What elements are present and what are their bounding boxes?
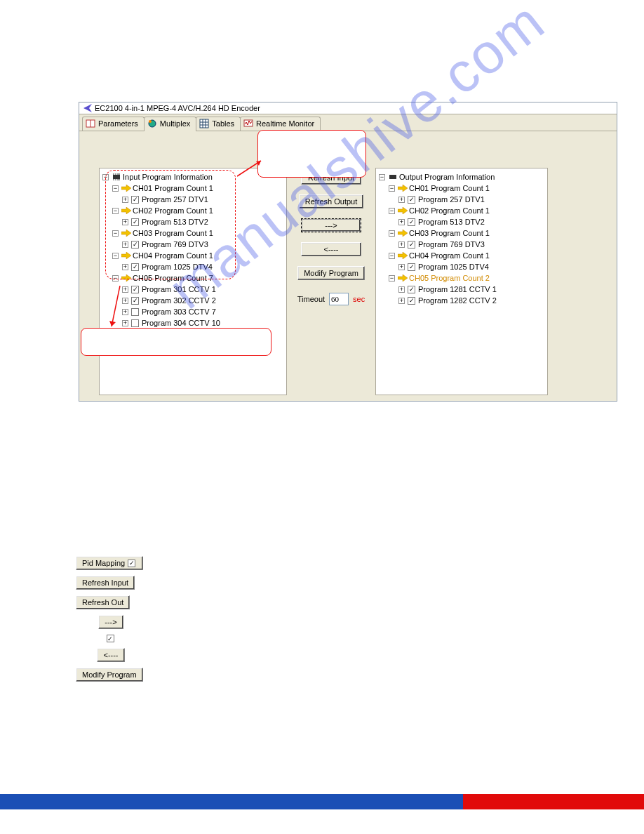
collapse-icon[interactable]: − [112,253,119,259]
checkbox-icon[interactable]: ✓ [408,196,415,204]
collapse-icon[interactable]: − [389,208,395,214]
checkbox-icon[interactable]: ✓ [131,241,139,249]
collapse-icon[interactable]: − [102,174,109,180]
collapse-icon[interactable]: − [389,230,395,237]
checkbox-icon: ✓ [107,635,114,642]
svg-marker-28 [398,230,408,237]
checkbox-icon[interactable]: ✓ [408,263,415,271]
expand-icon[interactable]: + [122,298,128,304]
checkbox-icon[interactable]: ✓ [131,297,139,305]
collapse-icon[interactable]: − [112,275,119,282]
expand-icon[interactable]: + [122,320,128,326]
refresh-output-button[interactable]: Refresh Output [299,194,364,208]
tab-bar: Parameters Multiplex Tables Realtime Mon… [79,114,617,131]
tab-parameters[interactable]: Parameters [82,117,145,131]
collapse-icon[interactable]: − [112,208,119,214]
checkbox-icon[interactable]: ✓ [131,196,139,204]
move-left-button[interactable]: <---- [301,242,361,256]
refresh-out-demo-button[interactable]: Refresh Out [76,595,130,609]
window-title: EC2100 4-in-1 MPEG-4 AVC/H.264 HD Encode… [95,104,260,112]
expand-icon[interactable]: + [398,241,405,248]
svg-marker-30 [398,274,408,282]
checkbox-icon[interactable] [131,308,139,316]
expand-icon[interactable]: + [398,286,405,293]
channel-label: CH01 Program Count 1 [409,183,490,194]
expand-icon[interactable]: + [398,264,405,270]
program-label: Program 513 DTV2 [142,216,208,227]
collapse-icon[interactable]: − [389,253,395,259]
checkbox-icon[interactable]: ✓ [131,218,139,226]
checkbox-icon[interactable]: ✓ [408,286,415,293]
move-right-button[interactable]: ---> [301,218,361,232]
arrow-right-icon [121,185,131,192]
svg-marker-34 [109,321,116,326]
collapse-icon[interactable]: − [379,174,385,180]
channel-label: CH04 Program Count 1 [409,250,490,261]
timeout-input[interactable] [329,293,349,305]
expand-icon[interactable]: + [398,219,405,225]
collapse-icon[interactable]: − [389,185,395,192]
expand-icon[interactable]: + [398,197,405,203]
expand-icon[interactable]: + [398,298,405,304]
output-tree[interactable]: − Output Program Information −CH01 Progr… [379,171,547,306]
arrow-right-icon [398,252,408,259]
table-icon [199,119,209,128]
expand-icon[interactable]: + [122,197,128,203]
channel-label: CH02 Program Count 1 [409,205,490,216]
monitor-icon [243,119,253,128]
expand-icon[interactable]: + [122,286,128,293]
tab-tables[interactable]: Tables [196,117,241,131]
collapse-icon[interactable]: − [112,185,119,192]
footer-left [0,794,463,809]
tab-multiplex[interactable]: Multiplex [144,117,196,131]
channel-label: CH05 Program Count 2 [409,272,490,284]
arrow-right-icon [398,207,408,214]
collapse-icon[interactable]: − [389,275,395,282]
expand-icon[interactable]: + [122,264,128,270]
modify-program-button[interactable]: Modify Program [297,266,365,280]
svg-rect-11 [113,175,120,179]
globe-icon [147,119,157,128]
arrow-icon [109,286,123,332]
input-tree-pane: − Input Program Information −CH01 Progra… [99,168,287,395]
checkbox-icon[interactable]: ✓ [408,297,415,305]
program-label: Program 1025 DTV4 [418,261,489,272]
input-tree[interactable]: − Input Program Information −CH01 Progra… [102,171,286,340]
tab-label: Tables [212,119,234,128]
expand-icon[interactable]: + [122,219,128,225]
tab-label: Multiplex [160,119,190,128]
expand-icon[interactable]: + [122,309,128,315]
svg-rect-5 [200,119,208,128]
pid-mapping-button[interactable]: Pid Mapping ✓ [76,556,143,570]
chip-icon [388,173,398,181]
collapse-icon[interactable]: − [112,230,119,237]
svg-marker-26 [398,185,408,192]
arrow-right-icon [398,230,408,237]
move-right-demo-button[interactable]: ---> [98,615,123,629]
refresh-input-demo-button[interactable]: Refresh Input [76,576,135,590]
pid-mapping-label: Pid Mapping [82,559,125,567]
modify-program-demo-button[interactable]: Modify Program [76,668,143,682]
svg-marker-24 [121,274,131,282]
checkbox-icon[interactable]: ✓ [408,241,415,249]
tab-realtime[interactable]: Realtime Monitor [240,117,321,131]
svg-marker-29 [398,252,408,259]
footer-right [463,794,644,809]
output-tree-pane: − Output Program Information −CH01 Progr… [375,168,548,395]
svg-marker-21 [121,207,131,214]
checkbox-icon[interactable] [131,319,139,327]
svg-marker-22 [121,230,131,237]
channel-label: CH03 Program Count 1 [409,227,490,239]
arrow-right-icon [121,252,131,259]
timeout-unit: sec [353,295,365,303]
checkbox-icon[interactable]: ✓ [131,263,139,271]
checkbox-icon[interactable]: ✓ [131,286,139,293]
program-label: Program 1281 CCTV 1 [418,284,497,295]
arrow-right-icon [398,274,408,282]
move-left-demo-button[interactable]: <---- [97,648,124,662]
svg-marker-20 [121,185,131,192]
expand-icon[interactable]: + [122,241,128,248]
channel-label: CH01 Program Count 1 [133,183,213,194]
checkbox-icon[interactable]: ✓ [408,218,415,226]
svg-marker-23 [121,252,131,259]
